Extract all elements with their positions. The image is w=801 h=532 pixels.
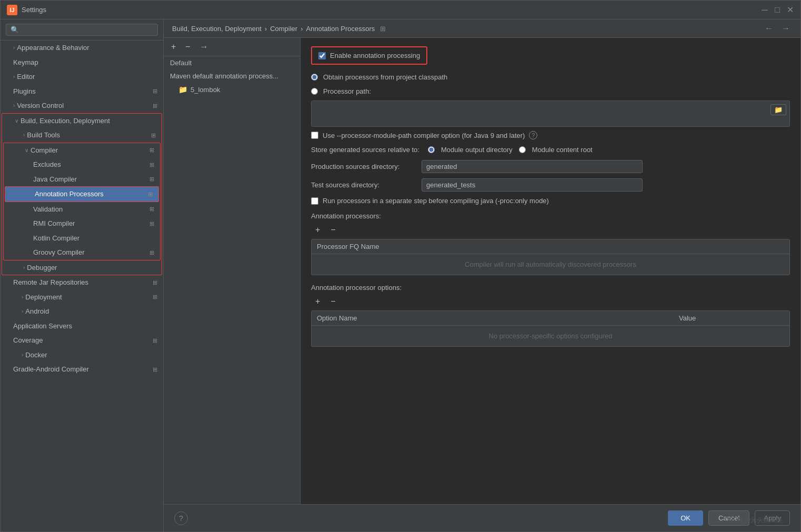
- obtain-processors-row: Obtain processors from project classpath: [311, 72, 790, 82]
- sidebar-item-editor[interactable]: › Editor: [1, 69, 163, 84]
- processor-path-radio[interactable]: [311, 88, 318, 95]
- chevron-right-icon: ›: [13, 102, 15, 109]
- run-processors-checkbox[interactable]: [311, 197, 318, 205]
- breadcrumb-nav: ← →: [763, 24, 792, 33]
- badge-icon: ⊞: [151, 293, 159, 301]
- close-button[interactable]: ✕: [786, 6, 794, 14]
- option-name-header: Option Name: [317, 314, 679, 322]
- content-area: + − → Default Maven default annotation p…: [164, 38, 800, 504]
- add-option-button[interactable]: +: [311, 296, 324, 307]
- enable-annotation-checkbox[interactable]: [318, 52, 326, 59]
- search-wrap[interactable]: 🔍: [6, 24, 158, 36]
- sidebar-item-appearance[interactable]: › Appearance & Behavior: [1, 41, 163, 55]
- sidebar-item-excludes[interactable]: Excludes ⊞: [4, 157, 160, 172]
- sidebar-item-deployment[interactable]: › Deployment ⊞: [1, 290, 163, 305]
- add-processor-button[interactable]: +: [311, 224, 324, 236]
- badge-icon: ⊞: [151, 365, 159, 374]
- remove-option-button[interactable]: −: [326, 296, 339, 307]
- sidebar-item-annotation-processors[interactable]: Annotation Processors ⊞: [5, 187, 158, 202]
- list-item-maven-default[interactable]: Maven default annotation process...: [164, 69, 300, 83]
- move-profile-button[interactable]: →: [197, 41, 212, 53]
- sidebar-item-application-servers[interactable]: Application Servers: [1, 319, 163, 334]
- breadcrumb-icon: ⊞: [380, 25, 386, 33]
- breadcrumb-bar: Build, Execution, Deployment › Compiler …: [164, 19, 800, 38]
- annotation-processors-section-label: Annotation processors:: [311, 212, 790, 220]
- help-icon[interactable]: ?: [529, 131, 537, 139]
- main-content: 🔍 › Appearance & Behavior Keymap › Edito…: [1, 19, 800, 531]
- add-profile-button[interactable]: +: [168, 41, 179, 53]
- sidebar-item-rmi-compiler[interactable]: RMI Compiler ⊞: [4, 216, 160, 231]
- test-sources-input[interactable]: [422, 178, 643, 192]
- annotation-options-empty: No processor-specific options configured: [312, 326, 789, 346]
- badge-icon: ⊞: [147, 205, 156, 213]
- chevron-right-icon: ›: [22, 307, 23, 315]
- help-button[interactable]: ?: [174, 511, 188, 525]
- list-item-label: 5_lombok: [191, 86, 220, 94]
- badge-icon: ⊞: [147, 248, 156, 257]
- sidebar-item-label: Application Servers: [13, 321, 72, 332]
- sidebar-item-groovy-compiler[interactable]: Groovy Compiler ⊞: [4, 245, 160, 260]
- sidebar-item-remote-jar[interactable]: Remote Jar Repositories ⊞: [1, 275, 163, 290]
- sidebar-item-docker[interactable]: › Docker: [1, 348, 163, 363]
- module-output-radio[interactable]: [428, 146, 435, 153]
- annotation-processors-table-header: Processor FQ Name: [312, 239, 789, 254]
- processor-path-row: Processor path:: [311, 86, 790, 96]
- sidebar-item-label: Gradle-Android Compiler: [13, 364, 89, 375]
- sidebar-item-label: Remote Jar Repositories: [13, 277, 88, 288]
- annotation-options-toolbar: + −: [311, 296, 790, 307]
- back-button[interactable]: ←: [763, 24, 775, 33]
- sidebar-item-validation[interactable]: Validation ⊞: [4, 202, 160, 217]
- sidebar-item-label: RMI Compiler: [33, 218, 75, 229]
- sidebar-item-build-tools[interactable]: › Build Tools ⊞: [2, 128, 162, 143]
- sidebar-item-android[interactable]: › Android: [1, 304, 163, 319]
- forward-button[interactable]: →: [779, 24, 792, 33]
- remove-profile-button[interactable]: −: [182, 41, 193, 53]
- chevron-right-icon: ›: [13, 44, 15, 52]
- sidebar-item-keymap[interactable]: Keymap: [1, 55, 163, 70]
- processor-path-browse-button[interactable]: 📁: [770, 104, 786, 115]
- list-item-default[interactable]: Default: [164, 56, 300, 69]
- sidebar-item-compiler[interactable]: ∨ Compiler ⊞: [4, 143, 160, 158]
- maximize-button[interactable]: □: [773, 6, 782, 14]
- chevron-right-icon: ›: [13, 73, 15, 81]
- store-sources-label: Store generated sources relative to:: [311, 146, 419, 154]
- chevron-right-icon: ›: [23, 264, 25, 272]
- breadcrumb-part3[interactable]: Annotation Processors: [306, 25, 375, 33]
- breadcrumb-part2[interactable]: Compiler: [270, 25, 297, 33]
- sidebar-item-kotlin-compiler[interactable]: Kotlin Compiler: [4, 231, 160, 246]
- sidebar-item-label: Validation: [33, 204, 63, 215]
- badge-icon: ⊞: [149, 131, 157, 139]
- sidebar-item-debugger[interactable]: › Debugger: [2, 260, 162, 275]
- sidebar-item-plugins[interactable]: Plugins ⊞: [1, 84, 163, 99]
- breadcrumb-part1[interactable]: Build, Execution, Deployment: [172, 25, 262, 33]
- test-sources-label: Test sources directory:: [311, 181, 416, 189]
- ok-button[interactable]: OK: [668, 510, 703, 526]
- sidebar-item-label: Compiler: [31, 145, 58, 156]
- module-content-root-radio[interactable]: [519, 146, 526, 153]
- annotation-options-table-header: Option Name Value: [312, 311, 789, 326]
- sidebar-item-build-exec[interactable]: ∨ Build, Execution, Deployment: [2, 114, 162, 128]
- sidebar-item-version-control[interactable]: › Version Control ⊞: [1, 98, 163, 113]
- production-sources-input[interactable]: [422, 160, 643, 173]
- remove-processor-button[interactable]: −: [326, 224, 339, 236]
- sidebar-item-label: Debugger: [27, 263, 57, 273]
- production-sources-row: Production sources directory:: [311, 160, 790, 173]
- list-item-lombok[interactable]: 📁 5_lombok: [164, 83, 300, 96]
- use-processor-module-checkbox[interactable]: [311, 132, 318, 139]
- watermark: CSDN @元头拔风侠。: [724, 516, 788, 525]
- app-icon: IJ: [7, 5, 17, 15]
- sidebar-item-coverage[interactable]: Coverage ⊞: [1, 333, 163, 348]
- obtain-processors-radio[interactable]: [311, 74, 318, 81]
- sidebar-item-gradle-android[interactable]: Gradle-Android Compiler ⊞: [1, 362, 163, 377]
- test-sources-row: Test sources directory:: [311, 178, 790, 192]
- search-input[interactable]: [21, 26, 153, 34]
- sidebar-item-java-compiler[interactable]: Java Compiler ⊞: [4, 172, 160, 187]
- chevron-right-icon: ›: [22, 293, 23, 301]
- minimize-button[interactable]: ─: [760, 6, 769, 14]
- badge-icon: ⊞: [147, 175, 156, 183]
- run-processors-label: Run processors in a separate step before…: [323, 197, 549, 205]
- sidebar-item-label: Plugins: [13, 86, 36, 97]
- folder-icon: 📁: [178, 85, 187, 94]
- use-processor-module-row: Use --processor-module-path compiler opt…: [311, 131, 790, 139]
- annotation-processor-options-label: Annotation processor options:: [311, 284, 790, 292]
